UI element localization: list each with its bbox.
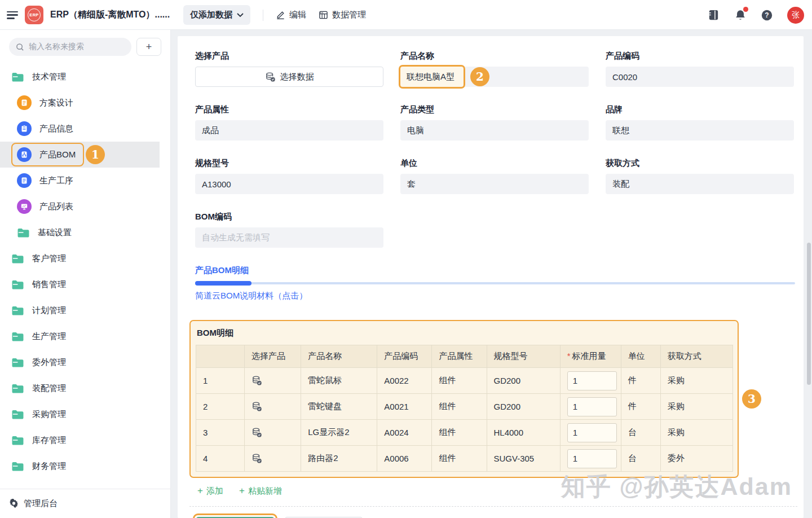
- avatar[interactable]: 张: [787, 7, 804, 24]
- paste-add-button[interactable]: + 粘贴新增: [239, 485, 282, 497]
- row-index: 2: [196, 394, 245, 420]
- sidebar-item-委外管理[interactable]: 委外管理: [0, 349, 170, 375]
- sidebar-item-label: 库存管理: [32, 435, 66, 446]
- row-spec: GD200: [487, 394, 560, 420]
- sidebar-item-label: 计划管理: [32, 305, 66, 316]
- row-product-code: A0021: [377, 394, 432, 420]
- add-app-button[interactable]: +: [136, 38, 161, 56]
- sidebar-item-库存管理[interactable]: 库存管理: [0, 427, 170, 453]
- row-product-attr: 组件: [432, 368, 487, 394]
- row-product-name: LG显示器2: [301, 420, 377, 446]
- add-row-button[interactable]: + 添加: [197, 485, 223, 497]
- edit-label: 编辑: [289, 10, 306, 20]
- search-icon: [16, 43, 24, 51]
- form-grid: 选择产品选择数据产品名称联想电脑A型2产品编码C0020产品属性成品产品类型电脑…: [195, 51, 794, 248]
- edit-button[interactable]: 编辑: [276, 10, 306, 20]
- notification-dot: [743, 7, 748, 12]
- sidebar-item-生产工序[interactable]: 生产工序: [0, 168, 170, 194]
- qty-input[interactable]: [567, 371, 617, 390]
- select-data-button[interactable]: 选择数据: [195, 67, 383, 87]
- sidebar-item-客户管理[interactable]: 客户管理: [0, 245, 170, 271]
- row-unit: 件: [621, 368, 660, 394]
- sidebar-item-label: 装配管理: [32, 383, 66, 394]
- qty-input[interactable]: [567, 397, 617, 416]
- row-product-attr: 组件: [432, 420, 487, 446]
- sidebar-item-财务管理[interactable]: 财务管理: [0, 453, 170, 479]
- help-icon[interactable]: ?: [761, 9, 773, 21]
- product-name-field[interactable]: 联想电脑A型2: [400, 67, 589, 87]
- column-header-产品名称: 产品名称: [301, 345, 377, 368]
- annotation-badge-3: 3: [742, 389, 761, 409]
- folder-icon: [17, 227, 30, 238]
- sidebar-item-采购管理[interactable]: 采购管理: [0, 401, 170, 427]
- row-product-code: A0006: [377, 446, 432, 472]
- data-manage-button[interactable]: 数据管理: [319, 10, 366, 20]
- row-select-product[interactable]: [245, 394, 301, 420]
- mode-dropdown-button[interactable]: 仅添加数据: [183, 5, 250, 25]
- field-group-规格型号: 规格型号A13000: [195, 158, 383, 194]
- row-select-product[interactable]: [245, 420, 301, 446]
- bom-detail-panel: BOM明细 选择产品产品名称产品编码产品属性规格型号*标准用量单位获取方式1雷蛇…: [189, 320, 739, 478]
- bom-code-input[interactable]: 自动生成无需填写: [195, 227, 383, 248]
- table-row: 3LG显示器2A0024组件HL4000台采购: [196, 420, 733, 446]
- form-card: 选择产品选择数据产品名称联想电脑A型2产品编码C0020产品属性成品产品类型电脑…: [178, 36, 804, 518]
- submit-annotation-frame: 4 提交: [193, 513, 277, 518]
- field-label: 产品属性: [195, 104, 383, 115]
- bom-table: 选择产品产品名称产品编码产品属性规格型号*标准用量单位获取方式1雷蛇鼠标A002…: [196, 345, 733, 472]
- qty-input[interactable]: [567, 449, 617, 468]
- row-select-product[interactable]: [245, 446, 301, 472]
- database-select-icon: [265, 72, 276, 82]
- field-value: A13000: [202, 179, 231, 189]
- field-placeholder: 自动生成无需填写: [202, 232, 270, 243]
- field-label: 规格型号: [195, 158, 383, 169]
- row-unit: 台: [621, 446, 660, 472]
- row-spec: SUGV-305: [487, 446, 560, 472]
- folder-icon: [11, 253, 24, 264]
- sidebar-item-基础设置[interactable]: 基础设置: [0, 220, 170, 245]
- field-group-产品名称: 产品名称联想电脑A型2: [400, 51, 589, 87]
- hamburger-menu-icon[interactable]: [7, 11, 18, 19]
- data-manage-label: 数据管理: [332, 10, 366, 20]
- svg-text:?: ?: [765, 11, 769, 19]
- column-header-选择产品: 选择产品: [245, 345, 301, 368]
- folder-icon: [11, 383, 24, 394]
- annotation-badge-1: 1: [86, 145, 105, 164]
- sidebar-item-销售管理[interactable]: 销售管理: [0, 271, 170, 297]
- required-marker: *: [567, 351, 571, 361]
- app-logo[interactable]: ERP: [25, 6, 43, 24]
- paste-add-label: 粘贴新增: [248, 486, 282, 497]
- column-header-产品属性: 产品属性: [432, 345, 487, 368]
- sidebar-item-技术管理[interactable]: 技术管理: [0, 64, 170, 90]
- sidebar-item-label: 客户管理: [32, 253, 66, 264]
- search-input[interactable]: 输入名称来搜索: [9, 38, 131, 56]
- field-label: 产品编码: [606, 51, 794, 62]
- row-qty-cell: [560, 420, 621, 446]
- field-group-品牌: 品牌联想: [606, 104, 794, 141]
- bom-doc-link[interactable]: 简道云BOM说明材料（点击）: [195, 291, 307, 301]
- qty-input[interactable]: [567, 423, 617, 442]
- journal-icon[interactable]: [707, 8, 720, 21]
- form-actions: 4 提交 保存草稿: [193, 513, 804, 518]
- readonly-field: 装配: [606, 174, 794, 194]
- field-label: BOM编码: [195, 212, 383, 222]
- field-group-产品编码: 产品编码C0020: [606, 51, 794, 87]
- sidebar-item-产品BOM[interactable]: 产品BOM1: [0, 142, 170, 168]
- sidebar-item-产品列表[interactable]: 产品列表: [0, 194, 170, 220]
- plus-icon: +: [239, 485, 245, 497]
- field-value: 装配: [612, 179, 629, 190]
- sidebar-item-产品信息[interactable]: 产品信息: [0, 116, 170, 142]
- sidebar-item-装配管理[interactable]: 装配管理: [0, 375, 170, 401]
- sidebar-item-计划管理[interactable]: 计划管理: [0, 297, 170, 323]
- readonly-field: 联想: [606, 120, 794, 141]
- vertical-scrollbar[interactable]: [807, 243, 811, 385]
- field-value: 联想电脑A型: [407, 72, 454, 82]
- row-select-product[interactable]: [245, 368, 301, 394]
- plus-icon: +: [197, 485, 203, 497]
- field-label: 产品类型: [400, 104, 589, 115]
- sidebar-item-生产管理[interactable]: 生产管理: [0, 323, 170, 349]
- sidebar-item-方案设计[interactable]: 方案设计: [0, 90, 170, 116]
- admin-console-button[interactable]: 管理后台: [0, 489, 170, 518]
- bell-icon[interactable]: [734, 8, 747, 21]
- tab-product-bom-detail[interactable]: 产品BOM明细: [195, 265, 249, 276]
- column-header-规格型号: 规格型号: [487, 345, 560, 368]
